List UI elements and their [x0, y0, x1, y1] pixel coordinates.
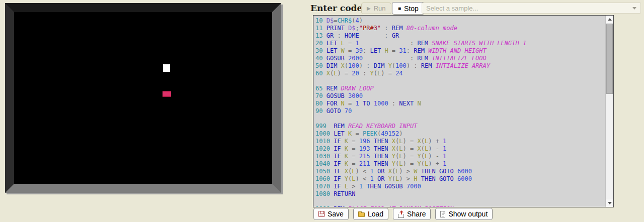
code-line: 1000 LET K = PEEK(49152): [315, 130, 605, 138]
load-button[interactable]: Load: [353, 208, 388, 220]
folder-icon: [358, 212, 365, 217]
code-line: [315, 77, 605, 85]
scrollbar-thumb[interactable]: [606, 24, 613, 94]
sample-select-value: Select a sample...: [426, 5, 629, 12]
load-button-label: Load: [368, 210, 383, 218]
enter-code-label: Enter code:: [310, 3, 366, 13]
code-text[interactable]: 10 D$=CHR$(4)11 PRINT D$;"PR#3" : REM 80…: [313, 16, 605, 207]
code-line: 999 REM READ KEYBOARD INPUT: [315, 123, 605, 130]
code-line: 50 DIM X(100) : DIM Y(100) : REM INTIALI…: [315, 62, 605, 70]
code-line: 65 REM DRAW LOOP: [315, 85, 605, 92]
code-line: 60 X(L) = 20 : Y(L) = 24: [315, 70, 605, 77]
scroll-up-button[interactable]: [606, 16, 613, 23]
emulator-monitor: [5, 3, 281, 193]
code-line: 1080 RETURN: [315, 190, 605, 198]
play-icon: ▶: [367, 6, 371, 11]
sprite-snake-segment: [163, 64, 170, 72]
code-line: [315, 198, 605, 205]
app: Enter code: ▶Run ■Stop Select a sample..…: [0, 0, 644, 222]
run-button-label: Run: [374, 5, 386, 12]
scroll-down-button[interactable]: [606, 199, 613, 207]
code-editor: 10 D$=CHR$(4)11 PRINT D$;"PR#3" : REM 80…: [313, 15, 614, 207]
code-line: 1070 IF L > 1 THEN GOSUB 7000: [315, 183, 605, 190]
share-icon: [398, 214, 404, 218]
share-button-label: Share: [407, 210, 426, 218]
document-icon: [440, 211, 445, 217]
sample-select[interactable]: Select a sample...: [422, 3, 641, 14]
code-line: 90 GOTO 70: [315, 107, 605, 115]
emulator-screen[interactable]: [14, 12, 272, 184]
show-output-button[interactable]: Show output: [435, 208, 493, 220]
code-line: 1999 REM PLACE FOOD AT RANDOM POSITION: [315, 205, 605, 207]
code-line: 1010 IF K = 196 THEN X(L) = X(L) + 1: [315, 138, 605, 145]
code-line: 40 GOSUB 2000 : REM INITIALIZE FOOD: [315, 55, 605, 62]
stop-icon: ■: [398, 6, 401, 11]
code-line: 13 GR : HOME : GR: [315, 32, 605, 40]
run-button[interactable]: ▶Run: [361, 3, 391, 14]
save-button-label: Save: [328, 210, 344, 218]
code-line: 10 D$=CHR$(4): [315, 17, 605, 25]
actions-bar: Save Load Share Show output: [313, 208, 493, 220]
code-line: [315, 115, 605, 123]
show-output-button-label: Show output: [448, 210, 488, 218]
code-line: 1060 IF Y(L) < 1 OR Y(L) > H THEN GOTO 6…: [315, 175, 605, 183]
floppy-icon: [318, 211, 325, 217]
code-line: 1040 IF K = 211 THEN Y(L) = Y(L) + 1: [315, 160, 605, 168]
code-line: 1030 IF K = 215 THEN Y(L) = Y(L) - 1: [315, 153, 605, 160]
code-line: 11 PRINT D$;"PR#3" : REM 80-column mode: [315, 25, 605, 32]
code-line: 1020 IF K = 193 THEN X(L) = X(L) - 1: [315, 145, 605, 153]
scrollbar[interactable]: [605, 16, 613, 207]
code-line: 80 FOR N = 1 TO 1000 : NEXT N: [315, 100, 605, 107]
stop-button[interactable]: ■Stop: [392, 2, 425, 15]
save-button[interactable]: Save: [313, 208, 349, 220]
triangle-down-icon: [608, 202, 612, 204]
chevron-down-icon: [632, 7, 636, 10]
sprite-food: [163, 91, 171, 97]
code-line: 20 LET L = 1 : REM SNAKE STARTS WITH LEN…: [315, 40, 605, 47]
share-button[interactable]: Share: [393, 208, 431, 220]
code-line: 30 LET W = 39: LET H = 31: REM WIDTH AND…: [315, 47, 605, 55]
code-line: 70 GOSUB 3000: [315, 92, 605, 100]
stop-button-label: Stop: [404, 5, 419, 13]
triangle-up-icon: [608, 18, 612, 21]
code-line: 1050 IF X(L) < 1 OR X(L) > W THEN GOTO 6…: [315, 168, 605, 175]
